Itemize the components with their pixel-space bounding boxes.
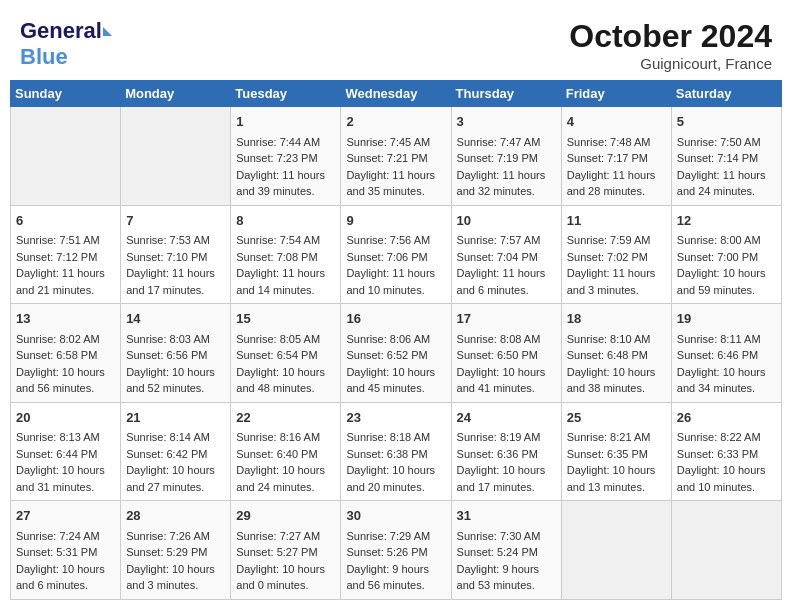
daylight-text: Daylight: 10 hours and 41 minutes.: [457, 366, 546, 395]
sunset-text: Sunset: 7:00 PM: [677, 251, 758, 263]
day-number: 29: [236, 506, 335, 526]
sunrise-text: Sunrise: 8:22 AM: [677, 431, 761, 443]
calendar-cell: 26Sunrise: 8:22 AMSunset: 6:33 PMDayligh…: [671, 402, 781, 501]
calendar-cell: 2Sunrise: 7:45 AMSunset: 7:21 PMDaylight…: [341, 107, 451, 206]
calendar-cell: 30Sunrise: 7:29 AMSunset: 5:26 PMDayligh…: [341, 501, 451, 600]
sunrise-text: Sunrise: 7:45 AM: [346, 136, 430, 148]
day-number: 22: [236, 408, 335, 428]
sunrise-text: Sunrise: 7:29 AM: [346, 530, 430, 542]
calendar-cell: 11Sunrise: 7:59 AMSunset: 7:02 PMDayligh…: [561, 205, 671, 304]
daylight-text: Daylight: 10 hours and 24 minutes.: [236, 464, 325, 493]
logo-arrow-icon: [103, 27, 112, 36]
calendar-week-row: 20Sunrise: 8:13 AMSunset: 6:44 PMDayligh…: [11, 402, 782, 501]
calendar-cell: 8Sunrise: 7:54 AMSunset: 7:08 PMDaylight…: [231, 205, 341, 304]
sunset-text: Sunset: 6:48 PM: [567, 349, 648, 361]
daylight-text: Daylight: 10 hours and 27 minutes.: [126, 464, 215, 493]
day-number: 9: [346, 211, 445, 231]
calendar-cell: 12Sunrise: 8:00 AMSunset: 7:00 PMDayligh…: [671, 205, 781, 304]
day-number: 10: [457, 211, 556, 231]
sunrise-text: Sunrise: 8:21 AM: [567, 431, 651, 443]
sunset-text: Sunset: 6:56 PM: [126, 349, 207, 361]
column-header-friday: Friday: [561, 81, 671, 107]
sunrise-text: Sunrise: 7:48 AM: [567, 136, 651, 148]
daylight-text: Daylight: 10 hours and 34 minutes.: [677, 366, 766, 395]
calendar-cell: 10Sunrise: 7:57 AMSunset: 7:04 PMDayligh…: [451, 205, 561, 304]
calendar-cell: [11, 107, 121, 206]
sunset-text: Sunset: 7:08 PM: [236, 251, 317, 263]
sunset-text: Sunset: 7:17 PM: [567, 152, 648, 164]
calendar-cell: [121, 107, 231, 206]
day-number: 15: [236, 309, 335, 329]
column-header-wednesday: Wednesday: [341, 81, 451, 107]
day-number: 11: [567, 211, 666, 231]
calendar-cell: 7Sunrise: 7:53 AMSunset: 7:10 PMDaylight…: [121, 205, 231, 304]
daylight-text: Daylight: 11 hours and 24 minutes.: [677, 169, 766, 198]
calendar-table: SundayMondayTuesdayWednesdayThursdayFrid…: [10, 80, 782, 600]
sunset-text: Sunset: 6:46 PM: [677, 349, 758, 361]
calendar-cell: 19Sunrise: 8:11 AMSunset: 6:46 PMDayligh…: [671, 304, 781, 403]
logo-blue: Blue: [20, 44, 68, 69]
sunset-text: Sunset: 7:02 PM: [567, 251, 648, 263]
calendar-cell: 5Sunrise: 7:50 AMSunset: 7:14 PMDaylight…: [671, 107, 781, 206]
day-number: 12: [677, 211, 776, 231]
daylight-text: Daylight: 9 hours and 56 minutes.: [346, 563, 429, 592]
sunset-text: Sunset: 6:36 PM: [457, 448, 538, 460]
title-block: October 2024 Guignicourt, France: [569, 18, 772, 72]
sunset-text: Sunset: 7:14 PM: [677, 152, 758, 164]
calendar-cell: 24Sunrise: 8:19 AMSunset: 6:36 PMDayligh…: [451, 402, 561, 501]
calendar-cell: 15Sunrise: 8:05 AMSunset: 6:54 PMDayligh…: [231, 304, 341, 403]
sunset-text: Sunset: 6:58 PM: [16, 349, 97, 361]
sunrise-text: Sunrise: 7:47 AM: [457, 136, 541, 148]
sunset-text: Sunset: 6:40 PM: [236, 448, 317, 460]
day-number: 13: [16, 309, 115, 329]
calendar-cell: 3Sunrise: 7:47 AMSunset: 7:19 PMDaylight…: [451, 107, 561, 206]
sunset-text: Sunset: 5:29 PM: [126, 546, 207, 558]
sunset-text: Sunset: 6:35 PM: [567, 448, 648, 460]
sunrise-text: Sunrise: 7:26 AM: [126, 530, 210, 542]
sunset-text: Sunset: 7:04 PM: [457, 251, 538, 263]
day-number: 6: [16, 211, 115, 231]
sunrise-text: Sunrise: 8:05 AM: [236, 333, 320, 345]
page-header: General Blue October 2024 Guignicourt, F…: [10, 10, 782, 76]
daylight-text: Daylight: 11 hours and 32 minutes.: [457, 169, 546, 198]
daylight-text: Daylight: 11 hours and 28 minutes.: [567, 169, 656, 198]
daylight-text: Daylight: 10 hours and 10 minutes.: [677, 464, 766, 493]
calendar-week-row: 27Sunrise: 7:24 AMSunset: 5:31 PMDayligh…: [11, 501, 782, 600]
day-number: 26: [677, 408, 776, 428]
day-number: 24: [457, 408, 556, 428]
daylight-text: Daylight: 10 hours and 20 minutes.: [346, 464, 435, 493]
day-number: 5: [677, 112, 776, 132]
calendar-header-row: SundayMondayTuesdayWednesdayThursdayFrid…: [11, 81, 782, 107]
daylight-text: Daylight: 10 hours and 17 minutes.: [457, 464, 546, 493]
month-title: October 2024: [569, 18, 772, 55]
sunrise-text: Sunrise: 7:30 AM: [457, 530, 541, 542]
day-number: 14: [126, 309, 225, 329]
day-number: 2: [346, 112, 445, 132]
sunset-text: Sunset: 6:38 PM: [346, 448, 427, 460]
day-number: 20: [16, 408, 115, 428]
location-subtitle: Guignicourt, France: [569, 55, 772, 72]
sunrise-text: Sunrise: 8:06 AM: [346, 333, 430, 345]
day-number: 16: [346, 309, 445, 329]
sunrise-text: Sunrise: 7:27 AM: [236, 530, 320, 542]
day-number: 30: [346, 506, 445, 526]
day-number: 23: [346, 408, 445, 428]
sunset-text: Sunset: 6:54 PM: [236, 349, 317, 361]
daylight-text: Daylight: 10 hours and 31 minutes.: [16, 464, 105, 493]
daylight-text: Daylight: 10 hours and 13 minutes.: [567, 464, 656, 493]
calendar-cell: 14Sunrise: 8:03 AMSunset: 6:56 PMDayligh…: [121, 304, 231, 403]
sunset-text: Sunset: 7:21 PM: [346, 152, 427, 164]
daylight-text: Daylight: 10 hours and 52 minutes.: [126, 366, 215, 395]
day-number: 28: [126, 506, 225, 526]
calendar-cell: 22Sunrise: 8:16 AMSunset: 6:40 PMDayligh…: [231, 402, 341, 501]
sunrise-text: Sunrise: 8:18 AM: [346, 431, 430, 443]
calendar-week-row: 13Sunrise: 8:02 AMSunset: 6:58 PMDayligh…: [11, 304, 782, 403]
sunrise-text: Sunrise: 7:57 AM: [457, 234, 541, 246]
sunrise-text: Sunrise: 8:11 AM: [677, 333, 761, 345]
sunset-text: Sunset: 7:19 PM: [457, 152, 538, 164]
sunset-text: Sunset: 5:26 PM: [346, 546, 427, 558]
sunrise-text: Sunrise: 8:13 AM: [16, 431, 100, 443]
sunrise-text: Sunrise: 8:10 AM: [567, 333, 651, 345]
daylight-text: Daylight: 11 hours and 35 minutes.: [346, 169, 435, 198]
day-number: 18: [567, 309, 666, 329]
